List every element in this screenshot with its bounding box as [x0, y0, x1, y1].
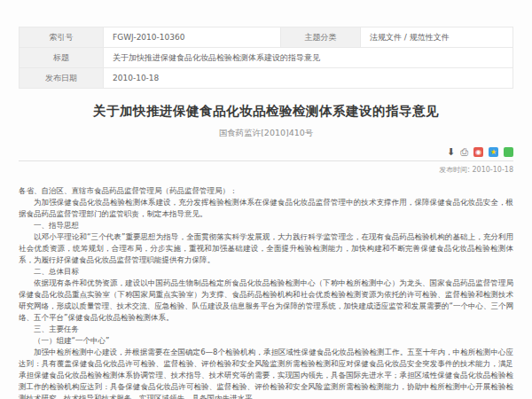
- paragraph: 依据现有条件和优势资源，建设以中国药品生物制品检定所食品化妆品检验检测中心（下称…: [19, 278, 513, 324]
- table-row: 索引号 FGWJ-2010-10360 主题分类 法规文件 / 规范性文件: [20, 27, 513, 48]
- document-page: 索引号 FGWJ-2010-10360 主题分类 法规文件 / 规范性文件 标题…: [0, 0, 532, 399]
- section-heading: 一、指导思想: [19, 220, 513, 231]
- meta-value-topic-category: 法规文件 / 规范性文件: [361, 27, 513, 48]
- document-body: 各省、自治区、直辖市食品药品监督管理局（药品监督管理局）： 为加强保健食品化妆品…: [19, 185, 513, 399]
- paragraph: 以邓小平理论和“三个代表”重要思想为指导，全面贯彻落实科学发展观，大力践行科学监…: [19, 231, 513, 266]
- download-icon[interactable]: ⬇: [447, 147, 455, 157]
- divider: [19, 160, 513, 161]
- paragraph: 加强中检所检测中心建设，并根据需要在全国确定6—8个检验机构，承担区域性保健食品…: [19, 347, 513, 399]
- document-number: 国食药监许[2010]410号: [19, 128, 513, 139]
- meta-value-index-number: FGWJ-2010-10360: [104, 27, 281, 48]
- paragraph: 为加强保健食品化妆品检验检测体系建设，充分发挥检验检测体系在保健食品化妆品监督管…: [19, 197, 513, 220]
- meta-value-publish-date: 2010-10-18: [104, 68, 513, 89]
- section-heading: 三、主要任务: [19, 324, 513, 335]
- qzone-share-icon[interactable]: ★: [489, 147, 498, 157]
- salutation: 各省、自治区、直辖市食品药品监督管理局（药品监督管理局）：: [19, 185, 513, 197]
- meta-label-title: 标题: [20, 48, 104, 68]
- weibo-share-icon[interactable]: ◉: [473, 147, 483, 157]
- meta-label-topic-category: 主题分类: [281, 27, 361, 48]
- wechat-share-icon[interactable]: [504, 147, 513, 157]
- publish-time-label: 发布时间:: [439, 166, 470, 174]
- document-meta-table: 索引号 FGWJ-2010-10360 主题分类 法规文件 / 规范性文件 标题…: [19, 27, 513, 89]
- table-row: 标题 关于加快推进保健食品化妆品检验检测体系建设的指导意见: [20, 48, 513, 68]
- toolbar: ⬇ ⎙ ◉ ★: [19, 146, 513, 158]
- page-title: 关于加快推进保健食品化妆品检验检测体系建设的指导意见: [19, 103, 513, 120]
- sub-section-heading: （一）组建“一个中心”: [19, 335, 513, 347]
- section-heading: 二、总体目标: [19, 266, 513, 278]
- publish-time: 发布时间: 2010-10-18: [19, 165, 513, 175]
- table-row: 发布日期 2010-10-18: [20, 68, 513, 89]
- print-icon[interactable]: ⎙: [460, 147, 468, 157]
- meta-label-index-number: 索引号: [20, 27, 104, 48]
- meta-value-title: 关于加快推进保健食品化妆品检验检测体系建设的指导意见: [104, 48, 513, 68]
- meta-label-publish-date: 发布日期: [20, 68, 104, 89]
- publish-time-value: 2010-10-18: [473, 166, 514, 174]
